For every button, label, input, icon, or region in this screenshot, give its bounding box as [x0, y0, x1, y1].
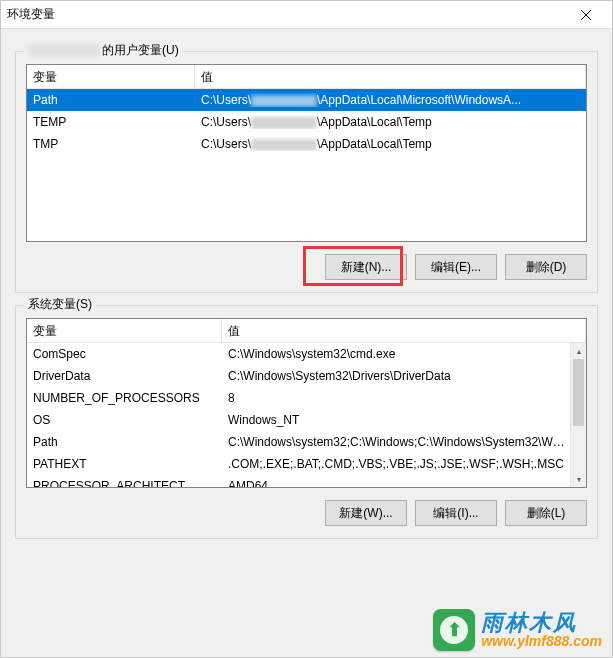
table-row[interactable]: PATHEXT.COM;.EXE;.BAT;.CMD;.VBS;.VBE;.JS… [27, 453, 586, 475]
var-value-cell: 8 [222, 391, 586, 405]
table-row[interactable]: ComSpecC:\Windows\system32\cmd.exe [27, 343, 586, 365]
var-value-cell: C:\Windows\system32\cmd.exe [222, 347, 586, 361]
system-vars-header[interactable]: 变量 值 [27, 319, 586, 343]
var-name-cell: Path [27, 435, 222, 449]
table-row[interactable]: PROCESSOR_ARCHITECT...AMD64 [27, 475, 586, 488]
var-name-cell: PATHEXT [27, 457, 222, 471]
watermark-logo-icon [433, 609, 475, 651]
system-vars-title: 系统变量(S) [24, 297, 96, 311]
close-button[interactable] [566, 1, 606, 28]
system-delete-button[interactable]: 删除(L) [505, 500, 587, 526]
watermark-url: www.ylmf888.com [481, 634, 602, 649]
scroll-track[interactable] [571, 359, 586, 471]
user-buttons-row: 新建(N)... 编辑(E)... 删除(D) [26, 254, 587, 280]
var-value-cell: .COM;.EXE;.BAT;.CMD;.VBS;.VBE;.JS;.JSE;.… [222, 457, 586, 471]
var-name-cell: Path [27, 93, 195, 107]
user-new-button[interactable]: 新建(N)... [325, 254, 407, 280]
user-vars-listview[interactable]: 变量 值 PathC:\Users\\AppData\Local\Microso… [26, 64, 587, 242]
var-value-cell: Windows_NT [222, 413, 586, 427]
var-name-cell: PROCESSOR_ARCHITECT... [27, 479, 222, 488]
user-col-name[interactable]: 变量 [27, 65, 195, 88]
var-name-cell: OS [27, 413, 222, 427]
system-vars-listview[interactable]: 变量 值 ComSpecC:\Windows\system32\cmd.exeD… [26, 318, 587, 488]
var-value-cell: C:\Users\\AppData\Local\Microsoft\Window… [195, 93, 586, 107]
system-vars-group: 系统变量(S) 变量 值 ComSpecC:\Windows\system32\… [15, 305, 598, 539]
var-value-cell: C:\Users\\AppData\Local\Temp [195, 137, 586, 151]
var-name-cell: TEMP [27, 115, 195, 129]
user-vars-body: PathC:\Users\\AppData\Local\Microsoft\Wi… [27, 89, 586, 155]
table-row[interactable]: PathC:\Windows\system32;C:\Windows;C:\Wi… [27, 431, 586, 453]
table-row[interactable]: TEMPC:\Users\\AppData\Local\Temp [27, 111, 586, 133]
scroll-down-button[interactable]: ▾ [571, 471, 586, 487]
redacted-segment [251, 95, 317, 107]
table-row[interactable]: DriverDataC:\Windows\System32\Drivers\Dr… [27, 365, 586, 387]
table-row[interactable]: TMPC:\Users\\AppData\Local\Temp [27, 133, 586, 155]
var-value-cell: C:\Windows\System32\Drivers\DriverData [222, 369, 586, 383]
redacted-segment [251, 117, 317, 129]
user-vars-title: 的用户变量(U) [24, 43, 183, 57]
watermark-cn: 雨林木风 [481, 611, 602, 634]
redacted-segment [251, 139, 317, 151]
close-icon [581, 10, 591, 20]
var-value-cell: AMD64 [222, 479, 586, 488]
var-name-cell: NUMBER_OF_PROCESSORS [27, 391, 222, 405]
user-delete-button[interactable]: 删除(D) [505, 254, 587, 280]
sys-col-name[interactable]: 变量 [27, 319, 222, 342]
var-value-cell: C:\Users\\AppData\Local\Temp [195, 115, 586, 129]
redacted-username [28, 44, 100, 57]
user-vars-header[interactable]: 变量 值 [27, 65, 586, 89]
sys-col-value[interactable]: 值 [222, 319, 586, 342]
window-title: 环境变量 [7, 6, 55, 23]
table-row[interactable]: NUMBER_OF_PROCESSORS8 [27, 387, 586, 409]
scroll-thumb[interactable] [573, 359, 584, 426]
watermark: 雨林木风 www.ylmf888.com [433, 609, 602, 651]
var-value-cell: C:\Windows\system32;C:\Windows;C:\Window… [222, 435, 586, 449]
user-col-value[interactable]: 值 [195, 65, 586, 88]
system-vars-body: ComSpecC:\Windows\system32\cmd.exeDriver… [27, 343, 586, 488]
env-vars-window: 环境变量 的用户变量(U) 变量 值 PathC:\Users\\AppData… [0, 0, 613, 658]
system-vars-listview-wrap: 变量 值 ComSpecC:\Windows\system32\cmd.exeD… [26, 318, 587, 488]
system-scrollbar[interactable]: ▴ ▾ [570, 343, 586, 487]
table-row[interactable]: PathC:\Users\\AppData\Local\Microsoft\Wi… [27, 89, 586, 111]
titlebar: 环境变量 [1, 1, 612, 29]
scroll-up-button[interactable]: ▴ [571, 343, 586, 359]
var-name-cell: ComSpec [27, 347, 222, 361]
watermark-text: 雨林木风 www.ylmf888.com [481, 611, 602, 649]
var-name-cell: TMP [27, 137, 195, 151]
content-area: 的用户变量(U) 变量 值 PathC:\Users\\AppData\Loca… [1, 29, 612, 559]
system-edit-button[interactable]: 编辑(I)... [415, 500, 497, 526]
var-name-cell: DriverData [27, 369, 222, 383]
user-vars-listview-wrap: 变量 值 PathC:\Users\\AppData\Local\Microso… [26, 64, 587, 242]
system-new-button[interactable]: 新建(W)... [325, 500, 407, 526]
system-buttons-row: 新建(W)... 编辑(I)... 删除(L) [26, 500, 587, 526]
user-edit-button[interactable]: 编辑(E)... [415, 254, 497, 280]
user-vars-group: 的用户变量(U) 变量 值 PathC:\Users\\AppData\Loca… [15, 51, 598, 293]
table-row[interactable]: OSWindows_NT [27, 409, 586, 431]
